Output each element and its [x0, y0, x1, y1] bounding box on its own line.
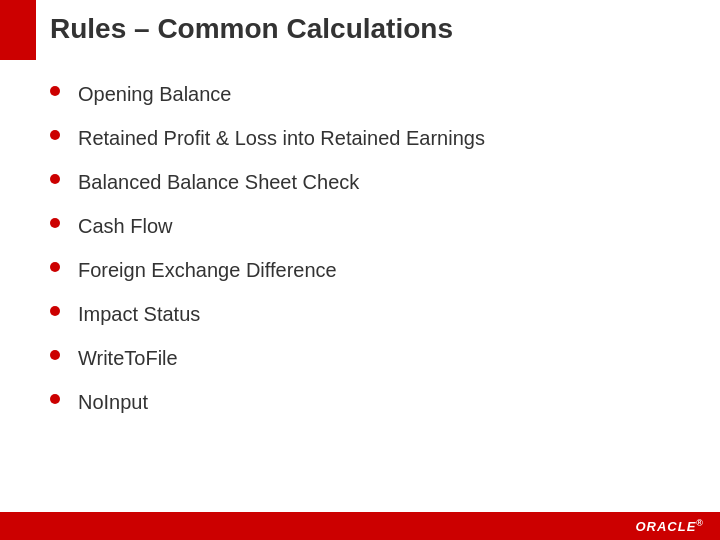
- list-item: WriteToFile: [50, 344, 680, 372]
- bullet-icon: [50, 86, 60, 96]
- list-item: Balanced Balance Sheet Check: [50, 168, 680, 196]
- list-item: Foreign Exchange Difference: [50, 256, 680, 284]
- list-item-text: Impact Status: [78, 300, 200, 328]
- title-area: Rules – Common Calculations: [50, 12, 700, 46]
- bullet-icon: [50, 394, 60, 404]
- list-item: Opening Balance: [50, 80, 680, 108]
- bottom-bar: ORACLE®: [0, 512, 720, 540]
- list-item-text: WriteToFile: [78, 344, 178, 372]
- list-item-text: Foreign Exchange Difference: [78, 256, 337, 284]
- list-item: NoInput: [50, 388, 680, 416]
- bullet-icon: [50, 130, 60, 140]
- trademark-symbol: ®: [696, 518, 704, 528]
- bullet-icon: [50, 306, 60, 316]
- oracle-logo: ORACLE®: [635, 518, 704, 534]
- content-area: Opening BalanceRetained Profit & Loss in…: [50, 80, 680, 432]
- list-item-text: NoInput: [78, 388, 148, 416]
- oracle-brand-text: ORACLE: [635, 519, 696, 534]
- list-item: Impact Status: [50, 300, 680, 328]
- bullet-icon: [50, 174, 60, 184]
- list-item-text: Opening Balance: [78, 80, 231, 108]
- bullet-icon: [50, 218, 60, 228]
- list-item-text: Cash Flow: [78, 212, 172, 240]
- list-item-text: Retained Profit & Loss into Retained Ear…: [78, 124, 485, 152]
- bullet-list: Opening BalanceRetained Profit & Loss in…: [50, 80, 680, 416]
- list-item-text: Balanced Balance Sheet Check: [78, 168, 359, 196]
- accent-bar: [0, 0, 36, 60]
- bullet-icon: [50, 350, 60, 360]
- page-title: Rules – Common Calculations: [50, 12, 700, 46]
- list-item: Cash Flow: [50, 212, 680, 240]
- list-item: Retained Profit & Loss into Retained Ear…: [50, 124, 680, 152]
- bullet-icon: [50, 262, 60, 272]
